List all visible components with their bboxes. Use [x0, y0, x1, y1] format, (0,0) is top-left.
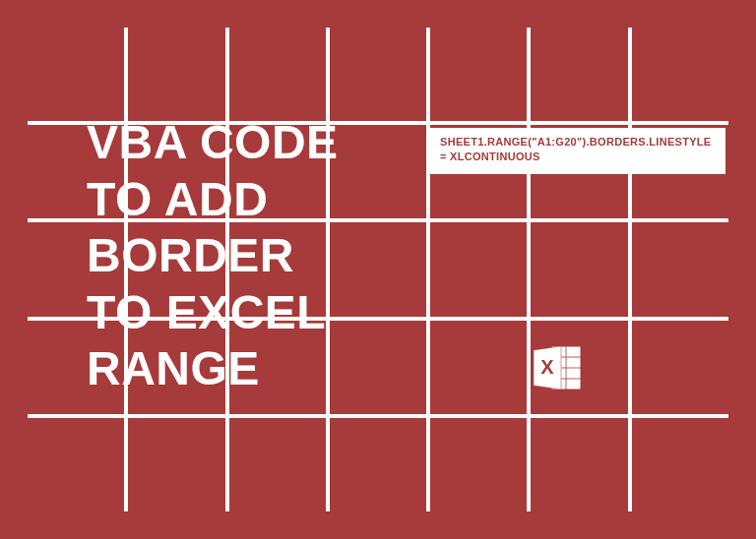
title-line-3: BORDER — [87, 227, 339, 284]
code-line-2: = XLCONTINUOUS — [440, 150, 716, 164]
excel-icon-letter: X — [540, 356, 554, 378]
title-line-1: VBA CODE — [87, 114, 339, 171]
title-line-5: RANGE — [87, 340, 339, 397]
main-title: VBA CODE TO ADD BORDER TO EXCEL RANGE — [87, 114, 339, 397]
excel-icon: X — [530, 340, 585, 395]
code-line-1: SHEET1.RANGE("A1:G20").BORDERS.LINESTYLE — [440, 135, 716, 150]
title-line-4: TO EXCEL — [87, 284, 339, 341]
title-line-2: TO ADD — [87, 171, 339, 228]
code-snippet-box: SHEET1.RANGE("A1:G20").BORDERS.LINESTYLE… — [430, 128, 725, 174]
